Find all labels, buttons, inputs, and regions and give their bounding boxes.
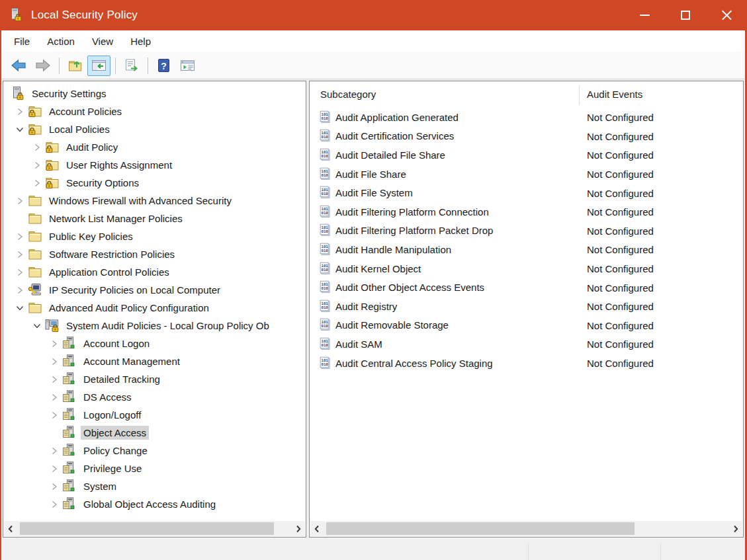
tree-item[interactable]: Network List Manager Policies bbox=[4, 210, 305, 227]
chevron-collapsed-icon[interactable] bbox=[46, 410, 62, 420]
list-item[interactable]: 101010Audit Removable StorageNot Configu… bbox=[310, 316, 743, 335]
subcategory-name: Audit File Share bbox=[335, 169, 406, 180]
chevron-collapsed-icon[interactable] bbox=[46, 463, 62, 474]
list-item[interactable]: 101010Audit Filtering Platform Connectio… bbox=[310, 202, 743, 221]
tree-item[interactable]: IP Security Policies on Local Computer bbox=[4, 281, 305, 299]
chevron-collapsed-icon[interactable] bbox=[29, 142, 45, 153]
tree-item-label: IP Security Policies on Local Computer bbox=[46, 283, 223, 297]
tree-item[interactable]: Global Object Access Auditing bbox=[4, 495, 305, 513]
tree-item[interactable]: System bbox=[4, 477, 305, 495]
chevron-collapsed-icon[interactable] bbox=[12, 196, 28, 206]
column-header-audit-events[interactable]: Audit Events bbox=[587, 89, 642, 100]
subcategory-cell: 101010Audit Certification Services bbox=[319, 127, 454, 146]
show-console-tree-button[interactable] bbox=[87, 56, 110, 76]
menu-help[interactable]: Help bbox=[122, 32, 159, 50]
scroll-right-button[interactable] bbox=[729, 521, 742, 536]
menu-action[interactable]: Action bbox=[38, 32, 83, 50]
chevron-collapsed-icon[interactable] bbox=[12, 285, 28, 296]
scroll-left-button[interactable] bbox=[310, 521, 324, 536]
tree-item-label: Security Options bbox=[64, 176, 142, 190]
chevron-collapsed-icon[interactable] bbox=[46, 356, 62, 367]
tree-item[interactable]: DS Access bbox=[4, 388, 305, 406]
help-button[interactable]: ? bbox=[152, 56, 175, 76]
tree-item[interactable]: Account Management bbox=[4, 352, 305, 370]
chevron-collapsed-icon[interactable] bbox=[29, 160, 45, 171]
list-item[interactable]: 101010Audit Other Object Access EventsNo… bbox=[310, 278, 743, 297]
tree-item[interactable]: Windows Firewall with Advanced Security bbox=[4, 192, 305, 210]
list-item[interactable]: 101010Audit Kernel ObjectNot Configured bbox=[310, 259, 743, 278]
tree-item[interactable]: Security Options bbox=[4, 174, 305, 192]
tree-item[interactable]: Security Settings bbox=[4, 85, 305, 102]
computer-key-icon bbox=[28, 283, 43, 297]
list-item[interactable]: 101010Audit Certification ServicesNot Co… bbox=[310, 127, 743, 146]
audit-category-icon bbox=[62, 354, 77, 368]
chevron-expanded-icon[interactable] bbox=[29, 321, 45, 331]
tree-item[interactable]: Local Policies bbox=[4, 120, 305, 138]
chevron-expanded-icon[interactable] bbox=[12, 124, 28, 135]
back-arrow-button[interactable] bbox=[7, 56, 30, 76]
chevron-collapsed-icon[interactable] bbox=[29, 178, 45, 188]
chevron-collapsed-icon[interactable] bbox=[12, 267, 28, 278]
maximize-button[interactable] bbox=[665, 0, 706, 30]
list-item[interactable]: 101010Audit Detailed File ShareNot Confi… bbox=[310, 145, 743, 165]
list-item[interactable]: 101010Audit RegistryNot Configured bbox=[310, 297, 743, 316]
list-item[interactable]: 101010Audit Filtering Platform Packet Dr… bbox=[310, 221, 743, 241]
forward-arrow-icon bbox=[34, 58, 51, 73]
chevron-collapsed-icon[interactable] bbox=[46, 374, 62, 385]
chevron-expanded-icon[interactable] bbox=[12, 303, 28, 313]
tree-item[interactable]: Policy Change bbox=[4, 442, 305, 460]
tree-item[interactable]: Application Control Policies bbox=[4, 263, 305, 281]
list-item[interactable]: 101010Audit File SystemNot Configured bbox=[310, 183, 743, 202]
list-item[interactable]: 101010Audit File ShareNot Configured bbox=[310, 165, 743, 184]
tree-item[interactable]: Logon/Logoff bbox=[4, 406, 305, 424]
tree-item[interactable]: User Rights Assignment bbox=[4, 156, 305, 174]
chevron-collapsed-icon[interactable] bbox=[12, 106, 28, 117]
chevron-collapsed-icon[interactable] bbox=[46, 446, 62, 456]
svg-text:101: 101 bbox=[321, 112, 328, 116]
svg-text:101: 101 bbox=[321, 225, 328, 229]
close-button[interactable] bbox=[706, 0, 747, 30]
tree-item[interactable]: Detailed Tracking bbox=[4, 370, 305, 388]
list-horizontal-scrollbar[interactable] bbox=[310, 521, 742, 536]
tree-item[interactable]: Privilege Use bbox=[4, 460, 305, 477]
subcategory-name: Audit File System bbox=[335, 187, 413, 198]
chevron-collapsed-icon[interactable] bbox=[46, 392, 62, 403]
tree-item[interactable]: Object Access bbox=[4, 424, 305, 442]
tree-horizontal-scrollbar[interactable] bbox=[4, 521, 305, 536]
scrollbar-thumb[interactable] bbox=[326, 522, 635, 535]
scrollbar-thumb[interactable] bbox=[20, 522, 274, 535]
tree-item[interactable]: System Audit Policies - Local Group Poli… bbox=[4, 317, 305, 335]
export-list-button[interactable] bbox=[120, 56, 143, 76]
list-item[interactable]: 101010Audit Central Access Policy Stagin… bbox=[310, 354, 743, 373]
forward-arrow-button[interactable] bbox=[31, 56, 54, 76]
properties-window-button[interactable] bbox=[176, 56, 199, 76]
column-header-subcategory[interactable]: Subcategory bbox=[320, 89, 376, 100]
audit-events-value: Not Configured bbox=[587, 339, 654, 350]
list-item[interactable]: 101010Audit Application GeneratedNot Con… bbox=[310, 108, 743, 127]
subcategory-name: Audit Filtering Platform Packet Drop bbox=[335, 225, 493, 236]
tree-item[interactable]: Audit Policy bbox=[4, 138, 305, 156]
subcategory-cell: 101010Audit File System bbox=[319, 183, 413, 202]
tree-item[interactable]: Public Key Policies bbox=[4, 227, 305, 245]
minimize-button[interactable] bbox=[624, 0, 665, 30]
folder-lock-icon bbox=[45, 158, 60, 172]
tree-item[interactable]: Advanced Audit Policy Configuration bbox=[4, 299, 305, 317]
tree-item[interactable]: Software Restriction Policies bbox=[4, 245, 305, 263]
status-divider bbox=[660, 543, 661, 560]
tree-item[interactable]: Account Logon bbox=[4, 335, 305, 352]
menu-view[interactable]: View bbox=[83, 32, 122, 50]
scroll-left-button[interactable] bbox=[4, 521, 17, 536]
chevron-collapsed-icon[interactable] bbox=[46, 481, 62, 492]
tree-item[interactable]: Account Policies bbox=[4, 102, 305, 120]
scroll-right-button[interactable] bbox=[292, 521, 305, 536]
tree-item-label: Account Policies bbox=[46, 104, 124, 118]
up-one-level-button[interactable] bbox=[64, 56, 87, 76]
chevron-collapsed-icon[interactable] bbox=[12, 249, 28, 260]
chevron-collapsed-icon[interactable] bbox=[46, 499, 62, 510]
menu-file[interactable]: File bbox=[5, 32, 38, 50]
chevron-collapsed-icon[interactable] bbox=[46, 339, 62, 349]
list-item[interactable]: 101010Audit SAMNot Configured bbox=[310, 335, 743, 354]
chevron-collapsed-icon[interactable] bbox=[12, 231, 28, 242]
list-item[interactable]: 101010Audit Handle ManipulationNot Confi… bbox=[310, 240, 743, 259]
column-divider[interactable] bbox=[579, 86, 580, 105]
